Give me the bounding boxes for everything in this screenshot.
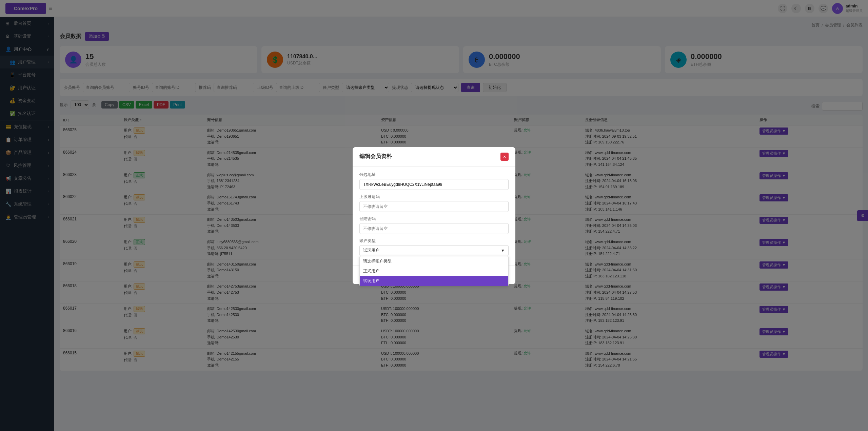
account-type-value: 试玩用户: [363, 248, 379, 253]
account-type-select[interactable]: 试玩用户 ▼: [359, 245, 509, 256]
modal-title: 编辑会员资料: [359, 153, 392, 160]
dropdown-option-trial[interactable]: 试玩用户: [360, 276, 508, 286]
form-input-wallet[interactable]: [359, 179, 509, 190]
form-group-account-type: 账户类型 试玩用户 ▼ 请选择账户类型 正式用户 试玩用户: [359, 238, 509, 256]
form-input-invite[interactable]: [359, 201, 509, 212]
dropdown-option-placeholder[interactable]: 请选择账户类型: [360, 256, 508, 266]
select-arrow-icon: ▼: [501, 248, 505, 253]
form-label-wallet: 钱包地址: [359, 172, 509, 178]
edit-member-modal: 编辑会员资料 × 钱包地址 上级邀请码 登陆密码 账户类型 试玩用户: [353, 147, 515, 284]
form-select-wrapper: 试玩用户 ▼ 请选择账户类型 正式用户 试玩用户: [359, 245, 509, 256]
form-input-password[interactable]: [359, 223, 509, 234]
modal-overlay: 编辑会员资料 × 钱包地址 上级邀请码 登陆密码 账户类型 试玩用户: [0, 0, 868, 431]
form-group-password: 登陆密码: [359, 216, 509, 234]
form-label-invite: 上级邀请码: [359, 194, 509, 200]
form-label-password: 登陆密码: [359, 216, 509, 222]
dropdown-option-official[interactable]: 正式用户: [360, 266, 508, 276]
modal-header: 编辑会员资料 ×: [353, 147, 515, 166]
account-type-dropdown: 请选择账户类型 正式用户 试玩用户: [359, 256, 509, 286]
form-label-account-type: 账户类型: [359, 238, 509, 244]
form-group-wallet: 钱包地址: [359, 172, 509, 190]
modal-body: 钱包地址 上级邀请码 登陆密码 账户类型 试玩用户 ▼: [353, 166, 515, 266]
form-group-invite: 上级邀请码: [359, 194, 509, 212]
modal-close-button[interactable]: ×: [500, 153, 509, 161]
